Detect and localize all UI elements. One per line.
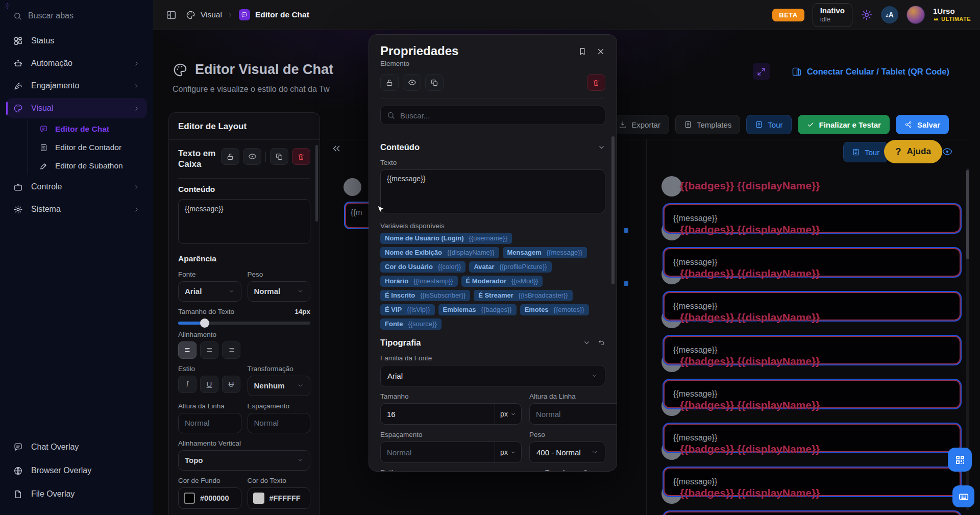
expand-icon[interactable] bbox=[753, 63, 770, 80]
collapse-panel-icon[interactable] bbox=[331, 143, 342, 154]
underline-button[interactable]: U bbox=[200, 376, 218, 393]
close-icon[interactable] bbox=[596, 47, 605, 56]
text-size-slider[interactable] bbox=[178, 322, 310, 325]
vertical-align-select[interactable]: Topo bbox=[178, 450, 310, 471]
color-swatch[interactable] bbox=[184, 493, 195, 504]
sidebar-item-editor-de-chat[interactable]: Editor de Chat bbox=[35, 120, 147, 138]
variable-chip-fonte[interactable]: Fonte{{source}} bbox=[380, 318, 442, 330]
panel-scrollbar[interactable] bbox=[315, 145, 318, 222]
avatar bbox=[662, 176, 682, 197]
weight-select[interactable]: Normal bbox=[248, 281, 311, 302]
spacing-unit-select[interactable]: px bbox=[495, 442, 521, 462]
translate-icon[interactable]: żA bbox=[881, 6, 898, 23]
variable-chip-emblemas[interactable]: Emblemas{{badges}} bbox=[438, 304, 517, 315]
chevron-down-icon bbox=[510, 411, 516, 417]
variable-chip-e-inscrito[interactable]: É Inscrito{{isSubscriber}} bbox=[380, 290, 470, 301]
align-left-button[interactable] bbox=[178, 341, 197, 359]
align-right-button[interactable] bbox=[222, 341, 240, 359]
bg-color-input[interactable]: #000000 bbox=[178, 487, 241, 509]
sidebar-item-editor-de-subathon[interactable]: Editor de Subathon bbox=[35, 157, 147, 175]
settings-gear-icon[interactable] bbox=[861, 9, 873, 21]
chevron-down-icon[interactable] bbox=[583, 339, 591, 347]
sidebar-item-engajamento[interactable]: Engajamento bbox=[6, 76, 147, 96]
content-textarea[interactable]: {{message}} bbox=[178, 199, 310, 244]
connect-qr-link[interactable]: Conectar Celular / Tablet (QR Code) bbox=[792, 66, 949, 77]
lock-icon[interactable] bbox=[380, 74, 399, 91]
exportar-button[interactable]: Exportar bbox=[610, 115, 669, 134]
variable-chip-nome-de-exibicao[interactable]: Nome de Exibição{{displayName}} bbox=[380, 247, 499, 258]
variable-chip-nome-de-usuario-login[interactable]: Nome de Usuário (Login){{username}} bbox=[380, 233, 512, 244]
size-input[interactable] bbox=[381, 404, 495, 424]
sidebar-search-input[interactable] bbox=[28, 11, 120, 20]
reset-icon[interactable] bbox=[598, 339, 605, 347]
chevron-down-icon bbox=[297, 288, 304, 295]
user-block[interactable]: 1Urso ULTIMATE bbox=[933, 7, 971, 22]
variable-chip-e-vip[interactable]: É VIP{{isVip}} bbox=[380, 304, 435, 315]
weight-select[interactable]: 400 - Normal bbox=[529, 442, 605, 463]
sidebar-item-controle[interactable]: Controle bbox=[6, 177, 147, 197]
line-height-input[interactable] bbox=[530, 404, 617, 424]
variable-chip-emotes[interactable]: Emotes{{emotes}} bbox=[520, 304, 589, 315]
variable-chip-e-moderador[interactable]: É Moderador{{isMod}} bbox=[461, 276, 543, 287]
variable-chip-horario[interactable]: Horário{{timestamp}} bbox=[380, 276, 458, 287]
preview-eye-icon[interactable] bbox=[942, 146, 953, 157]
spacing-input[interactable] bbox=[248, 413, 311, 433]
sidebar-item-visual[interactable]: Visual bbox=[6, 98, 147, 118]
help-button[interactable]: ? Ajuda bbox=[884, 140, 942, 163]
size-unit-select[interactable]: px bbox=[495, 404, 521, 424]
breadcrumb-section[interactable]: Visual bbox=[201, 10, 222, 19]
italic-button[interactable]: I bbox=[178, 376, 197, 393]
sidebar-item-chat-overlay[interactable]: Chat Overlay bbox=[6, 436, 147, 458]
sidebar-item-browser-overlay[interactable]: Browser Overlay bbox=[6, 460, 147, 481]
text-textarea[interactable]: {{message}} bbox=[380, 169, 605, 213]
lock-icon[interactable] bbox=[221, 148, 239, 165]
sidebar-item-file-overlay[interactable]: File Overlay bbox=[6, 483, 147, 505]
copy-icon[interactable] bbox=[425, 74, 444, 91]
trash-icon[interactable] bbox=[292, 148, 310, 165]
finalizar-e-testar-button[interactable]: Finalizar e Testar bbox=[798, 115, 890, 134]
modal-search[interactable] bbox=[380, 106, 605, 125]
qr-code-button[interactable] bbox=[948, 448, 972, 472]
chevron-down-icon[interactable] bbox=[598, 143, 605, 151]
transform-select[interactable]: Nenhum bbox=[248, 376, 311, 396]
variable-chip-avatar[interactable]: Avatar{{profilePicture}} bbox=[469, 261, 551, 273]
eye-icon[interactable] bbox=[403, 74, 421, 91]
avatar[interactable] bbox=[906, 6, 925, 24]
color-swatch[interactable] bbox=[253, 493, 264, 504]
spacing-input[interactable] bbox=[381, 442, 495, 462]
sidebar-item-automacao[interactable]: Automação bbox=[6, 53, 147, 73]
line-height-input[interactable] bbox=[178, 413, 241, 433]
chat-message-box[interactable]: {{message}} bbox=[664, 511, 961, 515]
sidebar-item-editor-de-contador[interactable]: Editor de Contador bbox=[35, 139, 147, 156]
sidebar-item-sistema[interactable]: Sistema bbox=[6, 199, 147, 219]
font-select[interactable]: Arial bbox=[178, 281, 241, 302]
variable-chip-mensagem[interactable]: Mensagem{{message}} bbox=[503, 247, 587, 258]
font-family-select[interactable]: Arial bbox=[380, 365, 605, 386]
tour-button[interactable]: Tour bbox=[746, 115, 791, 134]
modal-scrollbar[interactable] bbox=[611, 136, 615, 284]
pencil-icon bbox=[39, 162, 48, 170]
chat-name-text: {{badges}} {{displayName}} bbox=[680, 267, 820, 280]
copy-icon[interactable] bbox=[270, 148, 288, 165]
breadcrumb-page[interactable]: Editor de Chat bbox=[255, 10, 309, 19]
text-color-input[interactable]: #FFFFFF bbox=[248, 487, 311, 509]
eye-icon[interactable] bbox=[243, 148, 261, 165]
strikethrough-button[interactable]: U bbox=[222, 376, 240, 393]
sidebar-item-status[interactable]: Status bbox=[6, 31, 147, 51]
sidebar-search[interactable] bbox=[0, 0, 153, 26]
templates-button[interactable]: Templates bbox=[675, 115, 740, 134]
selection-handle[interactable] bbox=[624, 281, 628, 286]
canvas-avatar-circle[interactable] bbox=[344, 178, 361, 196]
align-center-button[interactable] bbox=[200, 341, 218, 359]
panel-toggle-icon[interactable] bbox=[163, 7, 179, 22]
selection-handle[interactable] bbox=[624, 228, 628, 233]
variable-chip-e-streamer[interactable]: É Streamer{{isBroadcaster}} bbox=[474, 290, 573, 301]
connection-status[interactable]: Inativo idle bbox=[813, 3, 852, 27]
bookmark-icon[interactable] bbox=[578, 47, 587, 56]
variable-chip-cor-do-usuario[interactable]: Cor do Usuário{{color}} bbox=[380, 261, 465, 273]
keyboard-button[interactable] bbox=[952, 485, 974, 507]
preview-tour-button[interactable]: Tour bbox=[843, 142, 888, 162]
salvar-button[interactable]: Salvar bbox=[896, 115, 949, 134]
modal-search-input[interactable] bbox=[400, 111, 599, 120]
trash-icon[interactable] bbox=[587, 74, 605, 91]
